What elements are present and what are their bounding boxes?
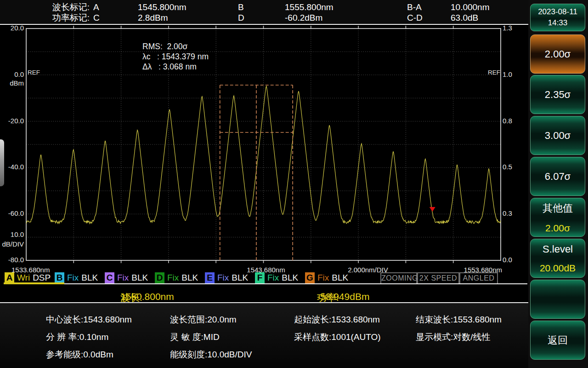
trace-slot-d[interactable]: DFixBLK (155, 272, 198, 284)
trace-kind-label: BLK (232, 273, 248, 283)
ref-label-left: REF (28, 69, 40, 76)
status-button-angled[interactable]: ANGLED (459, 272, 498, 284)
trace-slot-e[interactable]: EFixBLK (205, 272, 248, 284)
marker-c-key: C (93, 12, 100, 23)
setting-cell: 采样点数:1001(AUTO) (294, 331, 381, 343)
status-button-2x-speed[interactable]: 2X SPEED (417, 272, 459, 284)
trace-slot-c[interactable]: CFixBLK (105, 272, 148, 284)
y-left-label: -60.0 (0, 209, 24, 217)
trace-letter-badge: D (155, 272, 164, 283)
trace-letter-badge: C (105, 272, 114, 283)
marker-c-value: 2.8dBm (138, 12, 168, 23)
trace-letter-badge: E (205, 272, 215, 283)
y-left-unit-label: 10.0 (0, 230, 24, 238)
softkey-label: 返回 (548, 334, 568, 347)
softkey-value: 20.00dB (540, 263, 576, 274)
setting-cell: 结束波长:1553.680nm (416, 314, 502, 326)
y-left-label: 0.0 (0, 70, 24, 78)
setting-cell: 起始波长:1533.680nm (294, 314, 380, 326)
softkey-返回[interactable]: 返回 (530, 321, 585, 360)
softkey-2.00σ[interactable]: 2.00σ (530, 34, 585, 74)
softkey-2.35σ[interactable]: 2.35σ (530, 75, 585, 114)
marker-ba-value: 10.000nm (451, 2, 490, 13)
setting-cell: 灵 敏 度:MID (170, 331, 220, 343)
trace-kind-label: BLK (282, 273, 298, 283)
time-text: 14:33 (548, 17, 568, 29)
setting-cell: 中心波长:1543.680nm (46, 314, 132, 326)
softkey-label: 3.00σ (545, 130, 571, 142)
trace-mode-label: Fix (217, 273, 229, 283)
date-text: 2023-08-11 (538, 6, 577, 17)
drawer-handle[interactable] (0, 139, 4, 186)
cursor-marker-icon (430, 207, 435, 212)
trace-separator-line (64, 283, 527, 284)
y-right-label: 0.0 (503, 256, 512, 264)
ref-label-right: REF (488, 69, 500, 76)
datetime-button[interactable]: 2023-08-11 14:33 (530, 4, 585, 31)
cursor-readout: 波长: 1550.800nm 功率: -58.949dBm (0, 286, 528, 302)
setting-cell: 分 辨 率:0.10nm (46, 331, 108, 343)
softkey-3.00σ[interactable]: 3.00σ (530, 116, 585, 155)
trace-slot-g[interactable]: GFixBLK (305, 272, 348, 284)
marker-cd-value: 63.0dB (451, 12, 478, 23)
readout-separator-line (0, 302, 528, 303)
marker-ba-key: B-A (407, 2, 422, 13)
trace-mode-label: Fix (67, 273, 79, 283)
marker-readout-bar: 波长标记: A 1545.800nm B 1555.800nm B-A 10.0… (0, 0, 528, 24)
y-right-label: 0.5 (503, 163, 512, 171)
setting-cell: 显示模式:对数/线性 (416, 331, 491, 343)
y-left-unit-label: dBm (0, 79, 24, 87)
softkey-label: 2.00σ (545, 48, 571, 60)
y-left-label: -80.0 (0, 256, 24, 264)
setting-cell: 参考能级:0.0dBm (46, 349, 113, 361)
trace-kind-label: BLK (181, 273, 198, 283)
status-button-zooming[interactable]: ZOOMING (380, 272, 417, 284)
center-wavelength-value: λc : 1543.379 nm (142, 52, 209, 61)
trace-kind-label: DSP (33, 273, 51, 283)
marker-b-key: B (238, 2, 244, 13)
settings-panel: 中心波长:1543.680nm波长范围:20.0nm起始波长:1533.680n… (0, 304, 528, 368)
wavelength-marker-row: 波长标记: A 1545.800nm B 1555.800nm B-A 10.0… (0, 2, 528, 13)
power-marker-label: 功率标记: (25, 12, 90, 23)
marker-d-value: -60.2dBm (285, 12, 322, 23)
rms-value: RMS: 2.00σ (142, 42, 187, 51)
softkey-s.level[interactable]: S.level20.00dB (530, 239, 585, 278)
y-left-label: 20.0 (0, 24, 24, 32)
y-left-label: -20.0 (0, 117, 24, 125)
cursor-wavelength-value: 1550.800nm (120, 291, 174, 302)
trace-mode-label: Fix (167, 273, 179, 283)
softkey-label: 其他值 (543, 201, 573, 215)
y-right-label: 1.3 (503, 24, 512, 32)
wavelength-marker-label: 波长标记: (25, 2, 90, 13)
trace-letter-badge: A (5, 272, 14, 283)
trace-indicator-row: AWriDSPBFixBLKCFixBLKDFixBLKEFixBLKFFixB… (0, 272, 528, 284)
trace-mode-label: Wri (17, 273, 30, 283)
rms-annotation: RMS: 2.00σλc : 1543.379 nmΔλ : 3.068 nm (142, 41, 209, 72)
softkey-label: S.level (543, 243, 573, 255)
cursor-power-value: -58.949dBm (317, 291, 369, 302)
active-trace-underline (4, 282, 64, 284)
osa-screen: 波长标记: A 1545.800nm B 1555.800nm B-A 10.0… (0, 0, 588, 368)
trace-mode-label: Fix (267, 273, 279, 283)
setting-cell: 能级刻度:10.0dB/DIV (170, 349, 252, 361)
header-separator-line (0, 24, 528, 25)
softkey-6.07σ[interactable]: 6.07σ (530, 157, 585, 196)
setting-cell: 波长范围:20.0nm (170, 314, 237, 326)
y-left-unit-label: dB/DIV (0, 240, 24, 248)
trace-kind-label: BLK (131, 273, 148, 283)
softkey-其他值[interactable]: 其他值2.00σ (530, 198, 585, 237)
trace-kind-label: BLK (81, 273, 98, 283)
trace-mode-label: Fix (117, 273, 129, 283)
delta-wavelength-value: Δλ : 3.068 nm (142, 62, 197, 71)
spectrum-plot (0, 25, 528, 276)
trace-slot-f[interactable]: FFixBLK (255, 272, 298, 284)
softkey-blank[interactable] (530, 280, 585, 319)
softkey-sidebar: 2023-08-11 14:33 2.00σ2.35σ3.00σ6.07σ其他值… (528, 0, 588, 368)
marker-b-value: 1555.800nm (285, 2, 334, 13)
trace-letter-badge: F (255, 272, 265, 283)
softkey-label: 6.07σ (545, 171, 571, 183)
trace-letter-badge: B (55, 272, 64, 283)
trace-mode-label: Fix (317, 273, 329, 283)
spectrum-chart: RMS: 2.00σλc : 1543.379 nmΔλ : 3.068 nm … (0, 25, 528, 276)
marker-cd-key: C-D (407, 12, 423, 23)
